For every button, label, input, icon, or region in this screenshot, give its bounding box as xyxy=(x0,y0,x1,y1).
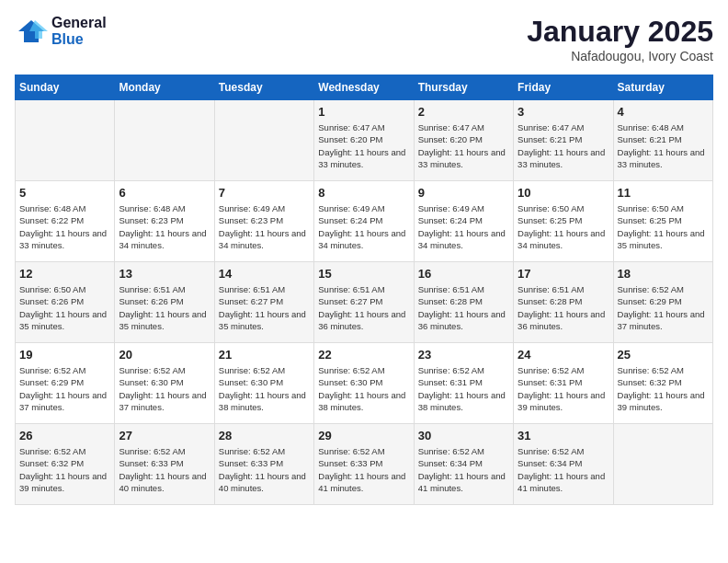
day-info: Sunrise: 6:48 AM Sunset: 6:23 PM Dayligh… xyxy=(119,202,210,251)
day-number: 3 xyxy=(518,105,609,119)
day-info: Sunrise: 6:50 AM Sunset: 6:25 PM Dayligh… xyxy=(618,202,709,251)
day-info: Sunrise: 6:48 AM Sunset: 6:21 PM Dayligh… xyxy=(618,121,709,170)
calendar-cell: 8Sunrise: 6:49 AM Sunset: 6:24 PM Daylig… xyxy=(314,181,414,262)
day-number: 6 xyxy=(119,186,210,200)
calendar-cell: 12Sunrise: 6:50 AM Sunset: 6:26 PM Dayli… xyxy=(16,262,115,343)
calendar-cell: 15Sunrise: 6:51 AM Sunset: 6:27 PM Dayli… xyxy=(314,262,414,343)
calendar-cell: 30Sunrise: 6:52 AM Sunset: 6:34 PM Dayli… xyxy=(414,424,513,505)
calendar-cell: 21Sunrise: 6:52 AM Sunset: 6:30 PM Dayli… xyxy=(214,343,313,424)
calendar-week-2: 5Sunrise: 6:48 AM Sunset: 6:22 PM Daylig… xyxy=(16,181,713,262)
calendar-cell xyxy=(214,100,313,181)
day-number: 11 xyxy=(618,186,709,200)
day-number: 19 xyxy=(19,348,110,362)
calendar-cell: 13Sunrise: 6:51 AM Sunset: 6:26 PM Dayli… xyxy=(115,262,214,343)
calendar-cell: 29Sunrise: 6:52 AM Sunset: 6:33 PM Dayli… xyxy=(314,424,414,505)
calendar-cell: 14Sunrise: 6:51 AM Sunset: 6:27 PM Dayli… xyxy=(214,262,313,343)
calendar-cell: 28Sunrise: 6:52 AM Sunset: 6:33 PM Dayli… xyxy=(214,424,313,505)
day-number: 23 xyxy=(418,348,509,362)
day-number: 17 xyxy=(518,267,609,281)
day-number: 21 xyxy=(219,348,310,362)
day-number: 26 xyxy=(19,429,110,442)
calendar-cell: 6Sunrise: 6:48 AM Sunset: 6:23 PM Daylig… xyxy=(115,181,214,262)
day-number: 12 xyxy=(19,267,110,281)
day-number: 1 xyxy=(318,105,409,119)
calendar-week-1: 1Sunrise: 6:47 AM Sunset: 6:20 PM Daylig… xyxy=(16,100,713,181)
day-number: 2 xyxy=(418,105,509,119)
calendar-cell xyxy=(16,100,115,181)
calendar-table: SundayMondayTuesdayWednesdayThursdayFrid… xyxy=(15,75,713,505)
calendar-cell: 27Sunrise: 6:52 AM Sunset: 6:33 PM Dayli… xyxy=(115,424,214,505)
day-info: Sunrise: 6:52 AM Sunset: 6:29 PM Dayligh… xyxy=(618,283,709,332)
logo: General Blue xyxy=(15,15,107,48)
calendar-cell: 26Sunrise: 6:52 AM Sunset: 6:32 PM Dayli… xyxy=(16,424,115,505)
day-number: 10 xyxy=(518,186,609,200)
day-number: 28 xyxy=(219,429,310,442)
header-wednesday: Wednesday xyxy=(314,75,414,100)
calendar-cell: 11Sunrise: 6:50 AM Sunset: 6:25 PM Dayli… xyxy=(613,181,712,262)
day-info: Sunrise: 6:52 AM Sunset: 6:33 PM Dayligh… xyxy=(219,445,310,494)
title-block: January 2025 Nafadougou, Ivory Coast xyxy=(527,15,713,63)
calendar-cell: 7Sunrise: 6:49 AM Sunset: 6:23 PM Daylig… xyxy=(214,181,313,262)
day-info: Sunrise: 6:51 AM Sunset: 6:27 PM Dayligh… xyxy=(318,283,409,332)
calendar-cell: 3Sunrise: 6:47 AM Sunset: 6:21 PM Daylig… xyxy=(514,100,613,181)
calendar-week-4: 19Sunrise: 6:52 AM Sunset: 6:29 PM Dayli… xyxy=(16,343,713,424)
day-number: 16 xyxy=(418,267,509,281)
calendar-cell: 19Sunrise: 6:52 AM Sunset: 6:29 PM Dayli… xyxy=(16,343,115,424)
day-number: 7 xyxy=(219,186,310,200)
calendar-header-row: SundayMondayTuesdayWednesdayThursdayFrid… xyxy=(16,75,713,100)
day-number: 25 xyxy=(618,348,709,362)
day-info: Sunrise: 6:47 AM Sunset: 6:20 PM Dayligh… xyxy=(318,121,409,170)
calendar-cell xyxy=(115,100,214,181)
day-info: Sunrise: 6:49 AM Sunset: 6:24 PM Dayligh… xyxy=(318,202,409,251)
day-info: Sunrise: 6:49 AM Sunset: 6:23 PM Dayligh… xyxy=(219,202,310,251)
calendar-cell xyxy=(613,424,712,505)
day-info: Sunrise: 6:52 AM Sunset: 6:33 PM Dayligh… xyxy=(119,445,210,494)
day-info: Sunrise: 6:52 AM Sunset: 6:31 PM Dayligh… xyxy=(518,364,609,413)
day-number: 27 xyxy=(119,429,210,442)
day-number: 8 xyxy=(318,186,409,200)
day-number: 13 xyxy=(119,267,210,281)
day-info: Sunrise: 6:52 AM Sunset: 6:32 PM Dayligh… xyxy=(19,445,110,494)
calendar-cell: 24Sunrise: 6:52 AM Sunset: 6:31 PM Dayli… xyxy=(514,343,613,424)
day-info: Sunrise: 6:47 AM Sunset: 6:21 PM Dayligh… xyxy=(518,121,609,170)
logo-icon xyxy=(15,18,48,44)
header-tuesday: Tuesday xyxy=(214,75,313,100)
day-info: Sunrise: 6:52 AM Sunset: 6:30 PM Dayligh… xyxy=(318,364,409,413)
calendar-cell: 1Sunrise: 6:47 AM Sunset: 6:20 PM Daylig… xyxy=(314,100,414,181)
header-monday: Monday xyxy=(115,75,214,100)
day-info: Sunrise: 6:50 AM Sunset: 6:25 PM Dayligh… xyxy=(518,202,609,251)
day-info: Sunrise: 6:52 AM Sunset: 6:31 PM Dayligh… xyxy=(418,364,509,413)
day-number: 29 xyxy=(318,429,409,442)
calendar-cell: 2Sunrise: 6:47 AM Sunset: 6:20 PM Daylig… xyxy=(414,100,513,181)
day-number: 22 xyxy=(318,348,409,362)
calendar-cell: 31Sunrise: 6:52 AM Sunset: 6:34 PM Dayli… xyxy=(514,424,613,505)
calendar-cell: 9Sunrise: 6:49 AM Sunset: 6:24 PM Daylig… xyxy=(414,181,513,262)
month-title: January 2025 xyxy=(527,15,713,49)
day-info: Sunrise: 6:52 AM Sunset: 6:30 PM Dayligh… xyxy=(119,364,210,413)
day-number: 31 xyxy=(518,429,609,442)
day-info: Sunrise: 6:50 AM Sunset: 6:26 PM Dayligh… xyxy=(19,283,110,332)
day-info: Sunrise: 6:48 AM Sunset: 6:22 PM Dayligh… xyxy=(19,202,110,251)
header-friday: Friday xyxy=(514,75,613,100)
day-info: Sunrise: 6:52 AM Sunset: 6:32 PM Dayligh… xyxy=(618,364,709,413)
calendar-week-3: 12Sunrise: 6:50 AM Sunset: 6:26 PM Dayli… xyxy=(16,262,713,343)
calendar-cell: 4Sunrise: 6:48 AM Sunset: 6:21 PM Daylig… xyxy=(613,100,712,181)
day-info: Sunrise: 6:52 AM Sunset: 6:29 PM Dayligh… xyxy=(19,364,110,413)
calendar-cell: 10Sunrise: 6:50 AM Sunset: 6:25 PM Dayli… xyxy=(514,181,613,262)
calendar-cell: 5Sunrise: 6:48 AM Sunset: 6:22 PM Daylig… xyxy=(16,181,115,262)
day-info: Sunrise: 6:51 AM Sunset: 6:27 PM Dayligh… xyxy=(219,283,310,332)
day-number: 9 xyxy=(418,186,509,200)
day-info: Sunrise: 6:49 AM Sunset: 6:24 PM Dayligh… xyxy=(418,202,509,251)
day-info: Sunrise: 6:52 AM Sunset: 6:33 PM Dayligh… xyxy=(318,445,409,494)
calendar-cell: 25Sunrise: 6:52 AM Sunset: 6:32 PM Dayli… xyxy=(613,343,712,424)
day-info: Sunrise: 6:52 AM Sunset: 6:34 PM Dayligh… xyxy=(418,445,509,494)
day-number: 15 xyxy=(318,267,409,281)
day-info: Sunrise: 6:51 AM Sunset: 6:28 PM Dayligh… xyxy=(418,283,509,332)
header-thursday: Thursday xyxy=(414,75,513,100)
day-info: Sunrise: 6:52 AM Sunset: 6:34 PM Dayligh… xyxy=(518,445,609,494)
calendar-cell: 18Sunrise: 6:52 AM Sunset: 6:29 PM Dayli… xyxy=(613,262,712,343)
day-info: Sunrise: 6:51 AM Sunset: 6:28 PM Dayligh… xyxy=(518,283,609,332)
day-number: 4 xyxy=(618,105,709,119)
header-sunday: Sunday xyxy=(16,75,115,100)
day-number: 30 xyxy=(418,429,509,442)
